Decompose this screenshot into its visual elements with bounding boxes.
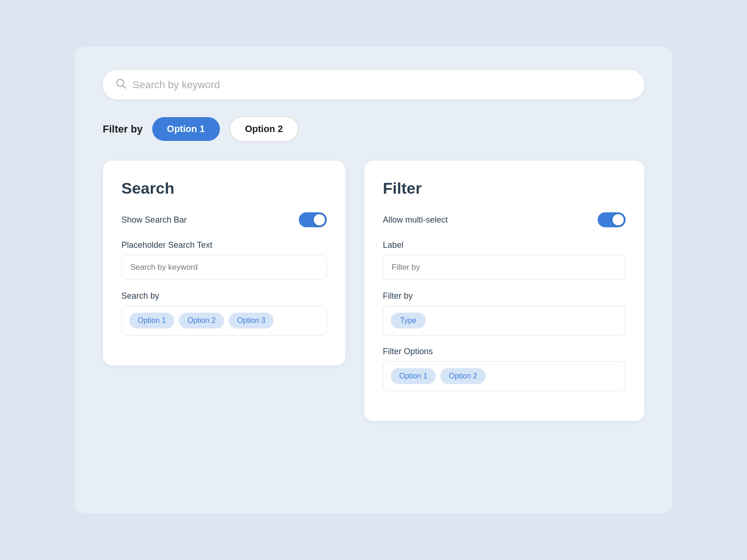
search-by-label: Search by <box>121 291 327 301</box>
search-icon <box>116 78 126 91</box>
search-by-tag-2[interactable]: Option 2 <box>179 313 224 329</box>
search-placeholder: Search by keyword <box>133 79 220 91</box>
svg-point-0 <box>117 79 124 86</box>
label-field-section: Label <box>383 240 626 280</box>
filter-by-field-section: Filter by Type <box>383 291 626 336</box>
filter-options-section: Filter Options Option 1 Option 2 <box>383 347 626 391</box>
cards-row: Search Show Search Bar Placeholder Searc… <box>103 161 644 421</box>
multi-select-row: Allow multi-select <box>383 212 626 227</box>
filter-options-tags-container: Option 1 Option 2 <box>383 361 626 391</box>
show-search-bar-toggle[interactable] <box>299 212 327 227</box>
placeholder-text-input[interactable] <box>121 255 327 280</box>
top-search-bar[interactable]: Search by keyword <box>103 70 644 99</box>
show-search-bar-row: Show Search Bar <box>121 212 327 227</box>
filter-option-1-button[interactable]: Option 1 <box>152 117 220 141</box>
filter-by-label: Filter by <box>103 123 143 135</box>
label-field-input[interactable] <box>383 255 626 280</box>
search-by-tag-3[interactable]: Option 3 <box>229 313 274 329</box>
toggle-thumb <box>314 214 325 225</box>
show-search-bar-label: Show Search Bar <box>121 215 187 225</box>
svg-line-1 <box>123 86 126 89</box>
label-field-label: Label <box>383 240 626 250</box>
filter-option-tag-2[interactable]: Option 2 <box>440 368 485 384</box>
toggle-track <box>299 212 327 227</box>
filter-by-field-label: Filter by <box>383 291 626 301</box>
filter-by-container: Type <box>383 306 626 336</box>
main-container: Search by keyword Filter by Option 1 Opt… <box>75 47 672 513</box>
search-by-section: Search by Option 1 Option 2 Option 3 <box>121 291 327 336</box>
filter-options-label: Filter Options <box>383 347 626 357</box>
multi-select-label: Allow multi-select <box>383 215 448 225</box>
placeholder-text-label: Placeholder Search Text <box>121 240 327 250</box>
multi-select-thumb <box>613 214 624 225</box>
search-card: Search Show Search Bar Placeholder Searc… <box>103 161 345 365</box>
filter-card-title: Filter <box>383 179 626 197</box>
filter-option-2-button[interactable]: Option 2 <box>229 116 299 142</box>
search-by-tags-container: Option 1 Option 2 Option 3 <box>121 306 327 336</box>
filter-card: Filter Allow multi-select Label Filter b… <box>364 161 644 421</box>
search-by-tag-1[interactable]: Option 1 <box>129 313 174 329</box>
filter-by-row: Filter by Option 1 Option 2 <box>103 116 644 142</box>
filter-option-tag-1[interactable]: Option 1 <box>391 368 436 384</box>
multi-select-toggle[interactable] <box>598 212 626 227</box>
placeholder-text-section: Placeholder Search Text <box>121 240 327 280</box>
multi-select-track <box>598 212 626 227</box>
search-card-title: Search <box>121 179 327 197</box>
type-chip[interactable]: Type <box>391 313 426 329</box>
